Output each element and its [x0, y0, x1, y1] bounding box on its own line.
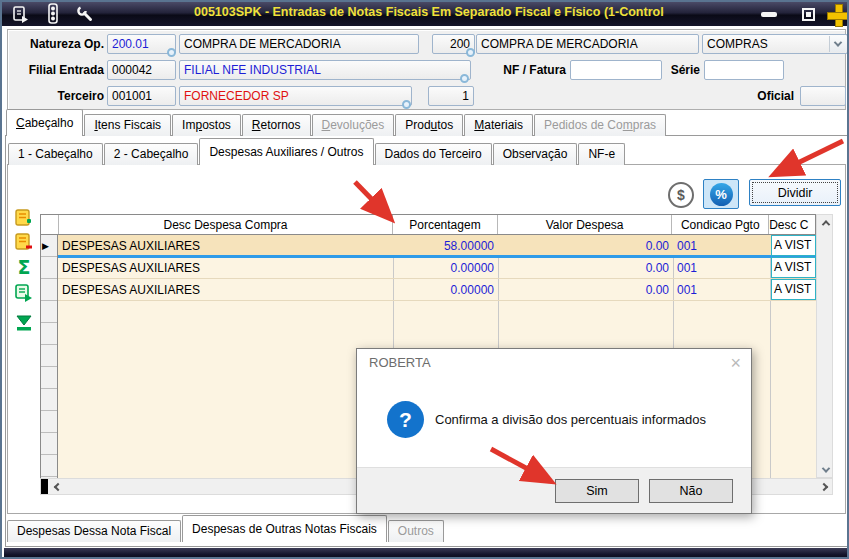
col-header-porcentagem[interactable]: Porcentagem — [393, 215, 498, 234]
col-header-desc[interactable]: Desc Despesa Compra — [59, 215, 393, 234]
close-button[interactable] — [824, 4, 849, 24]
grid-vertical-scrollbar[interactable] — [816, 214, 833, 478]
sub-tab-bar: 1 - Cabeçalho 2 - Cabeçalho Despesas Aux… — [8, 139, 626, 165]
table-row[interactable]: DESPESAS AUXILIARES 0.00000 0.00 001 — [58, 279, 816, 301]
scroll-down-button[interactable] — [817, 462, 834, 477]
tipo-compras-select[interactable]: COMPRAS — [702, 34, 848, 54]
natureza-desc2-field: COMPRA DE MERCADORIA — [476, 34, 699, 54]
tab-produtos[interactable]: Produtos — [395, 114, 463, 136]
minimize-button[interactable] — [752, 4, 786, 24]
oficial-label: Oficial — [732, 89, 794, 103]
window-title: 005103SPK - Entradas de Notas Fiscais Em… — [194, 5, 664, 19]
serie-label: Série — [664, 63, 700, 77]
chevron-down-icon — [834, 38, 842, 46]
nf-fatura-input[interactable] — [570, 60, 662, 80]
table-row[interactable]: DESPESAS AUXILIARES 58.00000 0.00 001 — [58, 235, 816, 257]
tipo-compras-value: COMPRAS — [707, 37, 768, 51]
yellow-plus-icon — [827, 4, 848, 25]
minimize-icon — [761, 12, 777, 17]
chevron-down-icon — [821, 464, 829, 472]
col-header-valor[interactable]: Valor Despesa — [498, 215, 673, 234]
tab-despesas-dessa-nota[interactable]: Despesas Dessa Nota Fiscal — [7, 520, 181, 542]
tab-materiais[interactable]: Materiais — [464, 114, 533, 136]
serie-input[interactable] — [704, 60, 784, 80]
terceiro-desc-field: FORNECEDOR SP — [179, 86, 412, 106]
grid-corner-cell — [41, 215, 59, 234]
subtab-2-cabecalho[interactable]: 2 - Cabeçalho — [104, 143, 199, 165]
natureza-code-field[interactable]: 200.01 — [107, 34, 176, 54]
terceiro-qty-field: 1 — [428, 86, 474, 106]
tab-itens-fiscais[interactable]: Itens Fiscais — [84, 114, 171, 136]
terceiro-label: Terceiro — [12, 89, 104, 103]
tab-devolucoes: Devoluções — [312, 114, 395, 136]
confirmation-dialog: ROBERTA × ? Confirma a divisão dos perce… — [356, 348, 752, 514]
lookup-magnifier-icon[interactable] — [402, 100, 411, 109]
tab-despesas-outras-notas[interactable]: Despesas de Outras Notas Fiscais — [182, 515, 387, 542]
main-tab-bar: Cabeçalho Itens Fiscais Impostos Retorno… — [6, 112, 667, 136]
sum-icon[interactable]: Σ — [12, 256, 36, 278]
tab-cabecalho[interactable]: Cabeçalho — [6, 109, 83, 136]
subtab-dados-do-terceiro[interactable]: Dados do Terceiro — [375, 143, 492, 165]
percent-icon: % — [710, 183, 733, 206]
app-window: 005103SPK - Entradas de Notas Fiscais Em… — [0, 0, 849, 559]
run-form-icon[interactable] — [12, 282, 36, 304]
col-header-condicao[interactable]: Condicao Pgto — [672, 215, 769, 234]
scroll-corner-block — [41, 479, 48, 494]
table-row[interactable]: DESPESAS AUXILIARES 0.00000 0.00 001 — [58, 257, 816, 279]
col-header-desc-cond[interactable]: Desc C — [769, 215, 815, 234]
row-selector-column — [40, 235, 58, 478]
filial-entrada-label: Filial Entrada — [12, 63, 104, 77]
chevron-up-icon — [821, 220, 829, 228]
desc-condicao-cell[interactable]: A VIST — [771, 279, 816, 300]
dialog-message: Confirma a divisão dos percentuais infor… — [435, 412, 735, 427]
sim-button[interactable]: Sim — [555, 479, 639, 503]
dialog-footer: Sim Não — [357, 467, 751, 513]
lookup-magnifier-icon[interactable] — [167, 48, 176, 57]
chevron-right-icon — [819, 482, 827, 490]
maximize-button[interactable] — [794, 4, 822, 24]
dropdown-chevron[interactable] — [829, 36, 846, 52]
maximize-icon — [802, 8, 815, 21]
add-row-icon[interactable] — [12, 208, 36, 230]
scroll-left-button[interactable] — [49, 479, 66, 494]
dividir-button[interactable]: Dividir — [749, 179, 841, 206]
status-bar — [4, 548, 847, 559]
filial-code-field[interactable]: 000042 — [107, 60, 176, 80]
subtab-nfe[interactable]: NF-e — [578, 143, 625, 165]
filial-desc-field: FILIAL NFE INDUSTRIAL — [179, 60, 471, 80]
natureza-op-label: Natureza Op. — [12, 37, 104, 51]
question-icon: ? — [387, 401, 424, 438]
lookup-magnifier-icon[interactable] — [466, 48, 475, 57]
desc-condicao-cell[interactable]: A VIST — [771, 235, 816, 256]
bottom-tab-bar: Despesas Dessa Nota Fiscal Despesas de O… — [7, 513, 445, 542]
form-document-icon[interactable] — [8, 4, 34, 24]
percent-button[interactable]: % — [703, 179, 739, 209]
scroll-up-button[interactable] — [817, 215, 834, 230]
traffic-light-icon[interactable] — [40, 4, 66, 24]
subtab-observacao[interactable]: Observação — [493, 143, 578, 165]
subtab-1-cabecalho[interactable]: 1 - Cabeçalho — [8, 143, 103, 165]
nao-button[interactable]: Não — [649, 479, 733, 503]
tab-retornos[interactable]: Retornos — [242, 114, 311, 136]
titlebar: 005103SPK - Entradas de Notas Fiscais Em… — [2, 2, 847, 26]
oficial-input[interactable] — [800, 86, 846, 106]
tab-pedidos-de-compras: Pedidos de Compras — [534, 114, 666, 136]
subtab-despesas-auxiliares[interactable]: Despesas Auxiliares / Outros — [199, 138, 373, 165]
tab-outros: Outros — [388, 520, 444, 542]
nf-fatura-label: NF / Fatura — [478, 63, 566, 77]
import-bottom-icon[interactable] — [12, 312, 36, 334]
terceiro-code-field[interactable]: 001001 — [107, 86, 176, 106]
header-form-panel: Natureza Op. Filial Entrada Terceiro 200… — [7, 29, 846, 110]
desc-condicao-cell[interactable]: A VIST — [771, 257, 816, 278]
wrench-icon[interactable] — [72, 4, 98, 24]
dollar-icon[interactable]: $ — [668, 182, 694, 208]
lookup-magnifier-icon[interactable] — [460, 74, 469, 83]
scroll-right-button[interactable] — [815, 479, 832, 494]
grid-header: Desc Despesa Compra Porcentagem Valor De… — [40, 214, 816, 235]
dialog-close-icon[interactable]: × — [730, 353, 741, 374]
chevron-left-icon — [53, 482, 61, 490]
current-row-marker-icon: ▶ — [42, 241, 49, 251]
delete-row-icon[interactable] — [12, 232, 36, 254]
dialog-title: ROBERTA — [369, 355, 431, 370]
tab-impostos[interactable]: Impostos — [172, 114, 241, 136]
